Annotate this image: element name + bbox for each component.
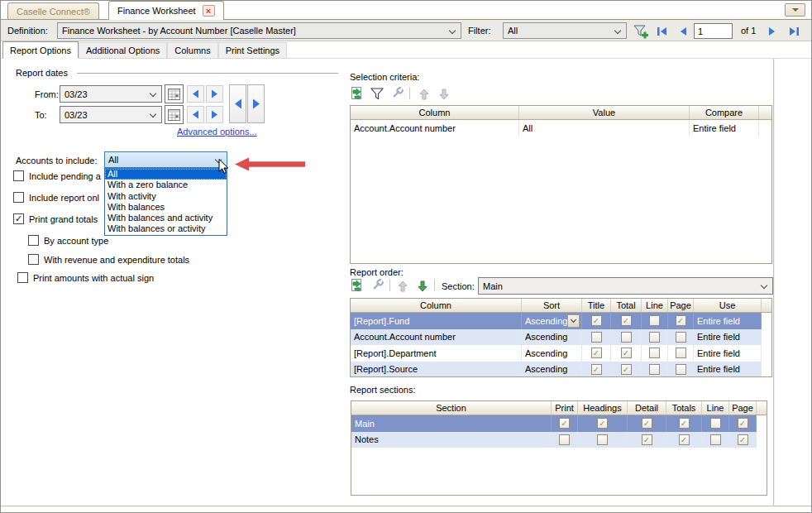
last-page-button[interactable] — [785, 24, 803, 38]
to-calendar-button[interactable] — [165, 105, 184, 124]
grid-row[interactable]: Main✓✓✓✓✓ — [351, 415, 757, 432]
grid-row[interactable]: Notes✓✓✓ — [351, 432, 757, 448]
tab-label: Print Settings — [226, 46, 279, 55]
next-period-button[interactable] — [247, 84, 265, 123]
column-header[interactable]: Detail — [628, 401, 666, 415]
dropdown-option[interactable]: All — [105, 169, 227, 180]
definition-select[interactable]: Finance Worksheet - by Account Number [C… — [57, 22, 461, 39]
grid-checkbox[interactable]: ✓ — [642, 434, 652, 445]
to-next-day-button[interactable] — [206, 106, 223, 123]
grid-checkbox[interactable]: ✓ — [679, 434, 690, 445]
column-header[interactable]: Total — [611, 299, 642, 312]
previous-page-button[interactable] — [674, 24, 692, 38]
grid-checkbox[interactable] — [621, 332, 632, 343]
checkbox[interactable] — [28, 235, 39, 246]
checkbox[interactable] — [28, 254, 39, 265]
to-prev-day-button[interactable] — [187, 106, 204, 123]
grid-checkbox[interactable] — [676, 348, 686, 358]
column-header[interactable]: Column — [351, 299, 522, 312]
tab-report-options[interactable]: Report Options — [2, 41, 79, 59]
page-number-input[interactable] — [694, 23, 733, 39]
grid-checkbox[interactable] — [649, 364, 660, 375]
tab-finance-worksheet[interactable]: Finance Worksheet × — [108, 1, 224, 20]
grid-checkbox[interactable]: ✓ — [642, 418, 652, 429]
column-header[interactable]: Line — [702, 401, 729, 415]
grid-checkbox[interactable]: ✓ — [621, 315, 632, 326]
grid-checkbox[interactable] — [676, 364, 686, 375]
column-header[interactable]: Line — [642, 299, 668, 312]
grid-checkbox[interactable]: ✓ — [621, 364, 632, 375]
grid-checkbox[interactable]: ✓ — [621, 348, 632, 358]
tab-columns[interactable]: Columns — [167, 42, 217, 58]
next-page-button[interactable] — [763, 24, 781, 38]
checkbox[interactable]: ✓ — [13, 213, 24, 224]
grid-checkbox[interactable]: ✓ — [591, 315, 602, 326]
tabstrip-menu-button[interactable] — [785, 3, 805, 17]
column-header[interactable]: Totals — [666, 401, 702, 415]
column-header[interactable]: Headings — [578, 401, 628, 415]
selection-criteria-edit-button[interactable] — [349, 85, 365, 101]
order-move-down-button[interactable] — [414, 278, 431, 294]
column-header[interactable]: Page — [668, 299, 694, 312]
grid-checkbox[interactable] — [710, 418, 721, 429]
from-calendar-button[interactable] — [165, 84, 184, 103]
grid-row[interactable]: [Report].SourceAscending✓✓Entire field — [351, 362, 762, 378]
grid-checkbox[interactable]: ✓ — [597, 418, 608, 429]
column-header[interactable]: Column — [351, 106, 519, 119]
report-order-edit-button[interactable] — [349, 277, 365, 293]
tab-additional-options[interactable]: Additional Options — [79, 42, 167, 58]
from-date-select[interactable]: 03/23 — [60, 85, 162, 103]
column-header[interactable]: Section — [351, 401, 552, 415]
grid-checkbox[interactable] — [710, 434, 721, 445]
section-select[interactable]: Main — [478, 277, 773, 295]
selection-criteria-filter-button[interactable] — [369, 85, 385, 101]
grid-checkbox[interactable] — [649, 348, 660, 358]
column-header[interactable]: Page — [729, 401, 757, 415]
accounts-to-include-select[interactable]: All — [104, 151, 227, 168]
grid-checkbox[interactable]: ✓ — [676, 315, 686, 326]
grid-checkbox[interactable]: ✓ — [559, 418, 570, 429]
grid-checkbox[interactable] — [649, 332, 660, 343]
grid-row[interactable]: Account.Account numberAllEntire field — [351, 120, 759, 137]
to-date-select[interactable]: 03/23 — [60, 106, 162, 123]
grid-checkbox[interactable] — [597, 434, 608, 445]
checkbox[interactable] — [13, 192, 24, 203]
advanced-options-link[interactable]: Advanced options... — [177, 127, 257, 137]
grid-checkbox[interactable]: ✓ — [591, 364, 602, 375]
dropdown-option[interactable]: With balances or activity — [105, 223, 227, 234]
from-next-day-button[interactable] — [206, 85, 223, 103]
column-header[interactable]: Sort — [522, 299, 582, 312]
grid-row[interactable]: [Report].DepartmentAscending✓✓Entire fie… — [351, 345, 762, 362]
tab-print-settings[interactable]: Print Settings — [218, 42, 287, 58]
dropdown-option[interactable]: With activity — [105, 191, 227, 202]
grid-checkbox[interactable] — [559, 434, 570, 445]
checkbox[interactable] — [13, 170, 24, 181]
dropdown-option[interactable]: With balances — [105, 202, 227, 213]
grid-checkbox[interactable] — [676, 332, 686, 343]
grid-checkbox[interactable]: ✓ — [591, 348, 602, 358]
add-filter-button[interactable] — [632, 23, 648, 39]
close-tab-icon[interactable]: × — [203, 5, 215, 17]
grid-row[interactable]: Account.Account numberAscendingEntire fi… — [351, 329, 762, 346]
tab-caselle-connect[interactable]: Caselle Connect® — [7, 2, 99, 19]
grid-row[interactable]: [Report].FundAscending✓✓✓Entire field — [351, 313, 762, 329]
column-header[interactable]: Compare — [690, 106, 759, 119]
checkbox[interactable] — [17, 272, 28, 283]
column-header[interactable]: Use — [694, 299, 762, 312]
grid-checkbox[interactable]: ✓ — [738, 418, 748, 429]
column-header[interactable]: Print — [552, 401, 578, 415]
grid-checkbox[interactable]: ✓ — [679, 418, 690, 429]
grid-checkbox[interactable]: ✓ — [738, 434, 748, 445]
grid-checkbox[interactable] — [649, 315, 660, 326]
column-header[interactable]: Title — [582, 299, 611, 312]
tab-label: Report Options — [10, 46, 71, 55]
filter-select[interactable]: All — [503, 22, 627, 39]
prev-period-button[interactable] — [229, 84, 246, 123]
dropdown-option[interactable]: With a zero balance — [105, 180, 227, 190]
first-page-button[interactable] — [652, 24, 671, 38]
from-prev-day-button[interactable] — [187, 85, 204, 103]
column-header[interactable]: Value — [519, 106, 690, 119]
dropdown-option[interactable]: With balances and activity — [105, 213, 227, 223]
sort-dropdown-button[interactable] — [567, 314, 580, 328]
grid-checkbox[interactable] — [591, 332, 602, 343]
